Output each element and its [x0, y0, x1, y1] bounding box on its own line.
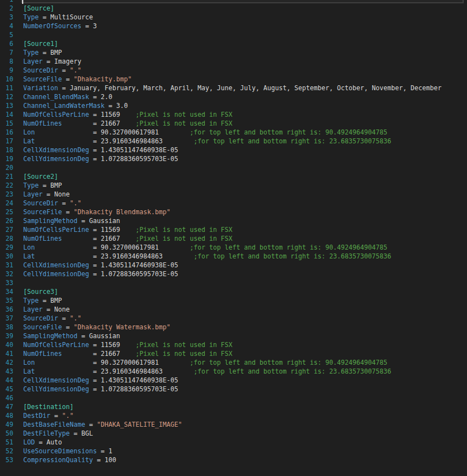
code-line[interactable]: 25SourceFile = "Dhakacity Blendmask.bmp" — [0, 208, 467, 216]
code-line[interactable]: 48DestDir = "." — [0, 411, 467, 420]
code-line[interactable]: 40NumOfCellsPerLine = 11569 ;Pixel is no… — [0, 340, 467, 349]
line-number: 33 — [0, 278, 13, 287]
token-key: DestDir — [23, 412, 50, 420]
code-line[interactable]: 14NumOfCellsPerLine = 11569 ;Pixel is no… — [0, 110, 467, 119]
code-line-content: SourceDir = "." — [23, 314, 81, 323]
code-line-content: SourceFile = "Dhakacity Blendmask.bmp" — [23, 208, 170, 216]
code-line[interactable]: 10SourceFile = "Dhakacity.bmp" — [0, 75, 467, 84]
line-number: 15 — [0, 119, 13, 128]
code-line[interactable]: 46 — [0, 394, 467, 402]
token-key: SamplingMethod — [23, 332, 77, 340]
code-line-content: Type = BMP — [23, 48, 62, 57]
line-number: 27 — [0, 225, 13, 234]
line-number: 37 — [0, 314, 13, 323]
token-key: NumOfCellsPerLine — [23, 111, 89, 118]
token-value: = — [58, 66, 70, 74]
code-line[interactable]: 6[Source1] — [0, 39, 467, 48]
code-line[interactable]: 51LOD = Auto — [0, 438, 467, 447]
code-line[interactable]: 49DestBaseFileName = "DHAKA_SATELITE_IMA… — [0, 420, 467, 429]
code-line[interactable]: 20 — [0, 163, 467, 172]
code-line-content: SourceDir = "." — [23, 199, 81, 208]
code-line[interactable]: 34[Source3] — [0, 287, 467, 296]
code-line[interactable]: 11Variation = January, February, March, … — [0, 84, 467, 92]
code-line-content: Layer = Imagery — [23, 57, 81, 66]
token-section: [Source2] — [23, 173, 58, 180]
code-line[interactable]: 53CompressionQuality = 100 — [0, 456, 467, 464]
code-line-content: [Source1] — [23, 39, 58, 48]
line-number: 39 — [0, 332, 13, 340]
code-line[interactable]: 23Layer = None — [0, 190, 467, 199]
code-line-content: CellYdimensionDeg = 1.07288360595703E-05 — [23, 385, 178, 394]
code-line-content: Variation = January, February, March, Ap… — [23, 84, 442, 92]
code-line[interactable]: 30Lat = 23.9160346984863 ;for top left a… — [0, 252, 467, 261]
code-line[interactable]: 19CellYdimensionDeg = 1.07288360595703E-… — [0, 154, 467, 163]
token-key: Type — [23, 297, 39, 304]
code-line[interactable]: 38SourceFile = "Dhakacity Watermask.bmp" — [0, 323, 467, 332]
token-value: = 90.327000617981 — [35, 359, 190, 366]
code-line[interactable]: 37SourceDir = "." — [0, 314, 467, 323]
token-value: = 23.9160346984863 — [35, 368, 194, 375]
code-line[interactable]: 21[Source2] — [0, 172, 467, 181]
code-line-content: Layer = None — [23, 190, 70, 199]
code-line[interactable]: 5 — [0, 30, 467, 39]
code-line[interactable]: 13Channel_LandWaterMask = 3.0 — [0, 101, 467, 110]
line-number: 44 — [0, 376, 13, 385]
token-string: "Dhakacity Blendmask.bmp" — [74, 208, 170, 216]
code-line[interactable]: 22Type = BMP — [0, 181, 467, 190]
code-line[interactable]: 12Channel_BlendMask = 2.0 — [0, 92, 467, 101]
line-number: 20 — [0, 163, 13, 172]
code-line[interactable]: 35Type = BMP — [0, 296, 467, 305]
token-section: [Source1] — [23, 40, 58, 48]
code-line[interactable]: 44CellXdimensionDeg = 1.43051147460938E-… — [0, 376, 467, 385]
code-line[interactable]: 43Lat = 23.9160346984863 ;for top left a… — [0, 367, 467, 376]
code-line-content: Lon = 90.327000617981 ;for top left and … — [23, 243, 387, 252]
token-section: [Destination] — [23, 403, 74, 411]
code-line[interactable]: 52UseSourceDimensions = 1 — [0, 447, 467, 456]
code-line[interactable]: 8Layer = Imagery — [0, 57, 467, 66]
token-value: = 90.327000617981 — [35, 244, 190, 251]
code-line[interactable]: 45CellYdimensionDeg = 1.07288360595703E-… — [0, 385, 467, 394]
code-line[interactable]: 17Lat = 23.9160346984863 ;for top left a… — [0, 137, 467, 146]
code-line[interactable]: 16Lon = 90.327000617981 ;for top left an… — [0, 128, 467, 137]
line-number: 25 — [0, 208, 13, 216]
code-line[interactable]: 15NumOfLines = 21667 ;Pixel is not used … — [0, 119, 467, 128]
code-line-current[interactable]: 1 — [0, 0, 467, 4]
line-number: 22 — [0, 181, 13, 190]
code-line[interactable]: 7Type = BMP — [0, 48, 467, 57]
code-line[interactable]: 9SourceDir = "." — [0, 66, 467, 75]
line-number: 36 — [0, 305, 13, 314]
code-line[interactable]: 27NumOfCellsPerLine = 11569 ;Pixel is no… — [0, 225, 467, 234]
code-line[interactable]: 28NumOfLines = 21667 ;Pixel is not used … — [0, 234, 467, 243]
line-number: 11 — [0, 84, 13, 92]
code-line[interactable]: 33 — [0, 278, 467, 287]
code-line[interactable]: 47[Destination] — [0, 402, 467, 411]
token-key: Layer — [23, 58, 43, 65]
code-line[interactable]: 24SourceDir = "." — [0, 199, 467, 208]
code-line[interactable]: 26SamplingMethod = Gaussian — [0, 216, 467, 225]
code-line-content: Lat = 23.9160346984863 ;for top left and… — [23, 252, 391, 261]
code-line[interactable]: 36Layer = None — [0, 305, 467, 314]
code-line[interactable]: 29Lon = 90.327000617981 ;for top left an… — [0, 243, 467, 252]
code-line-content: SourceDir = "." — [23, 66, 81, 75]
editor-pane[interactable]: 12[Source]3Type = MultiSource4NumberOfSo… — [0, 0, 467, 476]
token-section: [Source3] — [23, 288, 58, 296]
token-key: NumberOfSources — [23, 22, 81, 30]
line-number: 2 — [0, 4, 13, 13]
code-line[interactable]: 18CellXdimensionDeg = 1.43051147460938E-… — [0, 146, 467, 154]
code-line[interactable]: 31CellXdimensionDeg = 1.43051147460938E-… — [0, 261, 467, 270]
code-line[interactable]: 2[Source] — [0, 4, 467, 13]
token-key: NumOfCellsPerLine — [23, 226, 89, 234]
code-line-content: [Source2] — [23, 172, 58, 181]
code-line[interactable]: 50DestFileType = BGL — [0, 429, 467, 438]
token-string: "Dhakacity Watermask.bmp" — [74, 323, 170, 331]
token-value: = January, February, March, April, May, … — [58, 84, 442, 92]
line-number: 34 — [0, 287, 13, 296]
code-line[interactable]: 42Lon = 90.327000617981 ;for top left an… — [0, 358, 467, 367]
line-number: 4 — [0, 22, 13, 30]
code-line-content: Lon = 90.327000617981 ;for top left and … — [23, 128, 387, 137]
code-line[interactable]: 32CellYdimensionDeg = 1.07288360595703E-… — [0, 270, 467, 278]
code-line[interactable]: 4NumberOfSources = 3 — [0, 22, 467, 30]
code-line[interactable]: 41NumOfLines = 21667 ;Pixel is not used … — [0, 349, 467, 358]
code-line[interactable]: 3Type = MultiSource — [0, 13, 467, 22]
code-line[interactable]: 39SamplingMethod = Gaussian — [0, 332, 467, 340]
